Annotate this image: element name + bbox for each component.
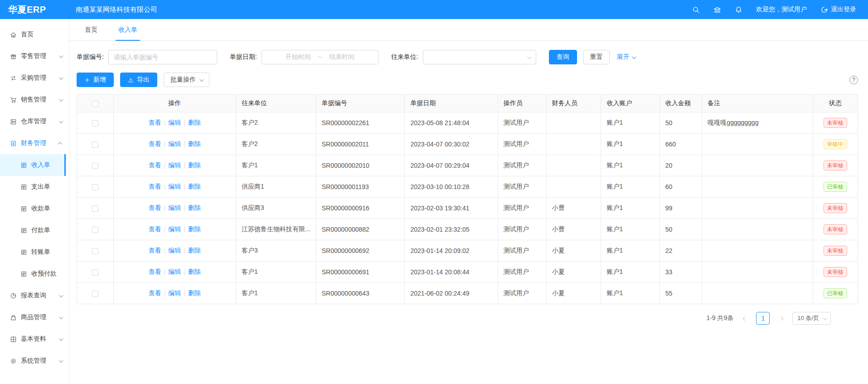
partner-select[interactable] bbox=[423, 50, 536, 64]
op-link-1[interactable]: 编辑 bbox=[168, 204, 181, 211]
op-link-2[interactable]: 删除 bbox=[188, 161, 201, 169]
logout-button[interactable]: 退出登录 bbox=[820, 5, 856, 14]
export-button[interactable]: 导出 bbox=[120, 73, 157, 87]
cell-bill-no: SR00000000691 bbox=[316, 262, 405, 283]
column-header-5: 财务人员 bbox=[546, 95, 601, 112]
op-link-0[interactable]: 查看 bbox=[149, 140, 161, 147]
goods-icon bbox=[10, 314, 17, 321]
sidebar-item-0[interactable]: 首页 bbox=[0, 24, 66, 45]
doc-icon bbox=[20, 249, 27, 256]
op-link-0[interactable]: 查看 bbox=[149, 268, 161, 275]
cell-ops: 查看|编辑|删除 bbox=[113, 240, 236, 262]
sidebar-subitem-5-5[interactable]: 收预付款 bbox=[0, 263, 66, 285]
sidebar-item-9[interactable]: 系统管理 bbox=[0, 350, 66, 372]
next-page-button[interactable] bbox=[775, 312, 787, 325]
page-number-button[interactable]: 1 bbox=[756, 312, 770, 325]
cell-bill-no: SR00000000643 bbox=[316, 283, 405, 304]
bill-no-input[interactable] bbox=[108, 50, 217, 64]
date-range-picker[interactable]: 开始时间 ~ 结束时间 bbox=[262, 50, 378, 64]
row-checkbox[interactable] bbox=[92, 269, 98, 276]
op-link-2[interactable]: 删除 bbox=[188, 119, 201, 126]
row-checkbox[interactable] bbox=[92, 227, 98, 233]
table-body: 查看|编辑|删除客户2SR000000022612023-05-08 21:48… bbox=[77, 112, 858, 304]
row-checkbox[interactable] bbox=[92, 120, 98, 126]
op-link-0[interactable]: 查看 bbox=[149, 247, 161, 254]
sidebar-subitem-5-4[interactable]: 转账单 bbox=[0, 241, 66, 263]
cell-remark bbox=[702, 155, 813, 176]
row-checkbox[interactable] bbox=[92, 205, 98, 212]
op-link-0[interactable]: 查看 bbox=[149, 289, 161, 297]
op-link-2[interactable]: 删除 bbox=[188, 140, 201, 147]
op-separator: | bbox=[184, 225, 185, 233]
sidebar-subitem-5-0[interactable]: 收入单 bbox=[0, 154, 66, 176]
sidebar-item-1[interactable]: 零售管理 bbox=[0, 45, 66, 67]
op-link-2[interactable]: 删除 bbox=[188, 289, 201, 297]
sidebar-item-7[interactable]: 商品管理 bbox=[0, 306, 66, 328]
tab-1[interactable]: 收入单 bbox=[111, 19, 145, 40]
system-icon bbox=[10, 358, 17, 365]
sidebar-item-5[interactable]: 财务管理 bbox=[0, 132, 66, 154]
sidebar-subitem-5-1[interactable]: 支出单 bbox=[0, 176, 66, 198]
op-link-1[interactable]: 编辑 bbox=[168, 268, 181, 275]
row-checkbox[interactable] bbox=[92, 141, 98, 148]
cell-date: 2023-04-07 00:29:04 bbox=[405, 155, 498, 176]
op-link-2[interactable]: 删除 bbox=[188, 268, 201, 275]
row-checkbox[interactable] bbox=[92, 163, 98, 169]
op-link-1[interactable]: 编辑 bbox=[168, 183, 181, 190]
sidebar-subitem-5-2[interactable]: 收款单 bbox=[0, 198, 66, 219]
op-link-2[interactable]: 删除 bbox=[188, 204, 201, 211]
tab-0[interactable]: 首页 bbox=[78, 19, 105, 40]
sidebar-item-4[interactable]: 仓库管理 bbox=[0, 111, 66, 132]
bell-icon[interactable] bbox=[735, 6, 742, 14]
cell-date: 2023-03-10 00:10:28 bbox=[405, 176, 498, 198]
row-checkbox[interactable] bbox=[92, 291, 98, 297]
sidebar-subitem-5-3[interactable]: 付款单 bbox=[0, 219, 66, 241]
op-link-2[interactable]: 删除 bbox=[188, 225, 201, 233]
op-link-2[interactable]: 删除 bbox=[188, 247, 201, 254]
cell-operator: 测试用户 bbox=[498, 262, 546, 283]
tab-bar: 首页收入单 bbox=[69, 19, 868, 41]
op-link-1[interactable]: 编辑 bbox=[168, 225, 181, 233]
add-button[interactable]: 新增 bbox=[77, 73, 114, 87]
cell-ops: 查看|编辑|删除 bbox=[113, 176, 236, 198]
cell-account: 账户1 bbox=[601, 283, 659, 304]
op-link-2[interactable]: 删除 bbox=[188, 183, 201, 190]
bank-icon[interactable] bbox=[713, 6, 721, 14]
sidebar-item-8[interactable]: 基本资料 bbox=[0, 328, 66, 350]
cell-bill-no: SR00000002010 bbox=[316, 155, 405, 176]
date-separator: ~ bbox=[318, 53, 322, 61]
cell-finance-staff: 小夏 bbox=[546, 240, 601, 262]
row-checkbox[interactable] bbox=[92, 248, 98, 254]
search-icon[interactable] bbox=[692, 6, 700, 14]
prev-page-button[interactable] bbox=[739, 312, 751, 325]
sidebar-item-6[interactable]: 报表查询 bbox=[0, 285, 66, 306]
op-link-1[interactable]: 编辑 bbox=[168, 161, 181, 169]
chevron-down-icon bbox=[59, 97, 63, 102]
help-icon[interactable]: ? bbox=[849, 76, 858, 84]
op-link-1[interactable]: 编辑 bbox=[168, 289, 181, 297]
page-size-select[interactable]: 10 条/页 bbox=[792, 312, 831, 325]
cell-finance-staff bbox=[546, 155, 601, 176]
op-link-1[interactable]: 编辑 bbox=[168, 247, 181, 254]
op-link-0[interactable]: 查看 bbox=[149, 161, 161, 169]
column-header-4: 操作员 bbox=[498, 95, 546, 112]
op-link-0[interactable]: 查看 bbox=[149, 119, 161, 126]
select-all-checkbox[interactable] bbox=[92, 101, 98, 107]
op-link-1[interactable]: 编辑 bbox=[168, 119, 181, 126]
op-link-0[interactable]: 查看 bbox=[149, 204, 161, 211]
sidebar-item-2[interactable]: 采购管理 bbox=[0, 67, 66, 89]
sidebar-item-3[interactable]: 销售管理 bbox=[0, 89, 66, 111]
op-link-1[interactable]: 编辑 bbox=[168, 140, 181, 147]
op-link-0[interactable]: 查看 bbox=[149, 225, 161, 233]
search-button[interactable]: 查询 bbox=[549, 50, 577, 64]
expand-link[interactable]: 展开 bbox=[617, 53, 635, 61]
cell-operator: 测试用户 bbox=[498, 155, 546, 176]
cell-amount: 60 bbox=[659, 176, 702, 198]
row-checkbox[interactable] bbox=[92, 184, 98, 190]
reset-button[interactable]: 重置 bbox=[583, 50, 610, 64]
op-link-0[interactable]: 查看 bbox=[149, 183, 161, 190]
status-badge: 未审核 bbox=[824, 118, 847, 128]
batch-actions-dropdown[interactable]: 批量操作 bbox=[164, 73, 209, 87]
sidebar-subitem-label: 付款单 bbox=[31, 226, 50, 234]
chevron-down-icon bbox=[59, 75, 63, 80]
